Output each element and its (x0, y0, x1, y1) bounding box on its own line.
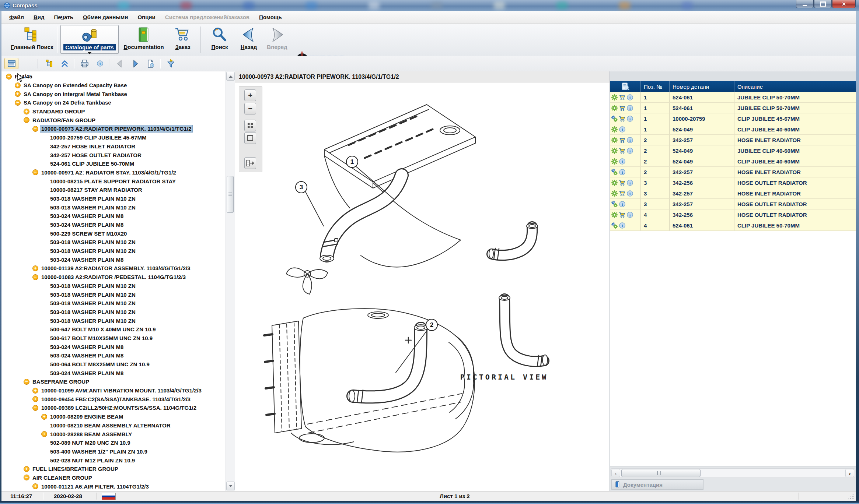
tree-item-label[interactable]: 503-018 WASHER PLAIN M10 ZN (49, 309, 137, 316)
tree-item[interactable]: +STANDARD GROUP (1, 107, 226, 116)
cell-position[interactable]: 4 (641, 220, 670, 230)
documentation-button[interactable]: Documentation (120, 25, 167, 54)
tree-item[interactable]: +10000-09454 FB5:C2(SA/SSA)TANKBASE. 110… (1, 395, 226, 403)
cart-icon[interactable] (619, 211, 626, 218)
collapse-icon[interactable]: − (32, 405, 38, 411)
cell-part-number[interactable]: 524-049 (670, 156, 734, 166)
tree-item[interactable]: −10000-01083 A2:RADIATOR /PEDESTAL. 1104… (1, 273, 226, 282)
tree-item[interactable]: 503-018 WASHER PLAIN M10 ZN (1, 247, 226, 255)
collapse-icon[interactable]: − (32, 274, 38, 280)
gear-icon[interactable] (611, 94, 618, 101)
parts-table-row[interactable]: 2524-049CLIP JUBILEE 40-60MM (610, 156, 856, 167)
expand-icon[interactable]: + (32, 388, 38, 394)
tree-item-label[interactable]: 503-018 WASHER PLAIN M10 ZN (49, 195, 137, 202)
next-sheet-button[interactable] (128, 58, 142, 69)
tree-item-label[interactable]: 10000-28288 BEAM ASSEMBLY (49, 431, 133, 438)
tree-item[interactable]: 502-028 NUT M12 PLAIN ZN 10.9 (1, 456, 226, 465)
expand-icon[interactable]: + (24, 109, 29, 114)
tree-item-label[interactable]: 10000-08217 STAY ARM RADIATOR (49, 186, 143, 193)
tree-item-label[interactable]: RADIATOR/FAN GROUP (31, 117, 97, 124)
header-position[interactable]: Поз. № (641, 81, 670, 92)
tree-item-label[interactable]: BASEFRAME GROUP (31, 378, 90, 385)
info-button[interactable] (93, 58, 107, 69)
parts-table-row[interactable]: 4342-256HOSE OUTLET RADIATOR (610, 209, 856, 220)
tree-item[interactable]: 10000-08215 PLATE SUPPORT RADIATOR STAY (1, 177, 226, 186)
tree-item-label[interactable]: 503-024 WASHER PLAIN M8 (49, 212, 125, 219)
tree-item-label[interactable]: 503-018 WASHER PLAIN M10 ZN (49, 317, 137, 324)
cell-position[interactable]: 2 (641, 145, 670, 156)
tree-item-label[interactable]: 503-018 WASHER PLAIN M10 ZN (49, 282, 137, 289)
cell-position[interactable]: 3 (641, 199, 670, 209)
tree-item-label[interactable]: 502-089 NUT M20 UNC ZN 10.9 (49, 439, 132, 446)
parts-table-row[interactable]: 1524-061JUBILEE CLIP 50-70MM (610, 103, 856, 113)
tree-item[interactable]: 502-089 NUT M20 UNC ZN 10.9 (1, 438, 226, 447)
tree-item[interactable]: 503-018 WASHER PLAIN M10 ZN (1, 282, 226, 290)
scroll-down-icon[interactable] (226, 482, 235, 490)
tree-scrollbar-thumb[interactable] (227, 176, 234, 213)
menu-print[interactable]: Печать (49, 11, 78, 23)
gear-icon[interactable] (611, 137, 618, 144)
parts-table-row[interactable]: 3342-257HOSE INLET RADIATOR (610, 188, 856, 199)
header-part-number[interactable]: Номер детали (670, 81, 734, 92)
tree-item-label[interactable]: 10000-09389 LC2/LL2/50HZ:MOUNTS/SA/SSA. … (40, 404, 198, 411)
scroll-right-icon[interactable]: › (845, 469, 854, 477)
tree-item[interactable]: 500-064 BOLT M8X25MM UNC ZN 10.9 (1, 360, 226, 369)
tree-item-label[interactable]: 524-061 CLIP JUBILEE 50-70MM (49, 160, 135, 167)
tree-item-label[interactable]: 342-257 HOSE INLET RADIATOR (49, 143, 136, 150)
tree-item[interactable]: 503-024 WASHER PLAIN M8 (1, 212, 226, 221)
collapse-all-button[interactable] (57, 58, 71, 69)
cell-part-number[interactable]: 342-257 (670, 199, 734, 209)
tree-item[interactable]: 503-018 WASHER PLAIN M10 ZN (1, 194, 226, 203)
cell-description[interactable]: JUBILEE CLIP 50-70MM (734, 92, 856, 102)
search-button[interactable]: Поиск (205, 25, 234, 54)
print-button[interactable] (77, 58, 91, 69)
cell-part-number[interactable]: 342-257 (670, 135, 734, 145)
menu-options[interactable]: Опции (133, 11, 160, 23)
tree-item[interactable]: 503-018 WASHER PLAIN M10 ZN (1, 203, 226, 212)
tree-item[interactable]: −10000-00973 A2:RADIATOR PIPEWORK. 1103/… (1, 124, 226, 133)
tree-item[interactable]: −10000-00971 A2: RADIATOR STAY. 1103/4/G… (1, 168, 226, 177)
sheet-info-button[interactable]: i (144, 58, 158, 69)
tree-item-label[interactable]: 503-018 WASHER PLAIN M10 ZN (49, 239, 137, 246)
parts-table-row[interactable]: 110000-20759CLIP JUBILEE 45-67MM (610, 113, 856, 124)
catalogue-of-parts-button[interactable]: Catalogue of parts (60, 25, 119, 54)
parts-table-row[interactable]: 2524-049JUBILEE CLIP 40-60MM (610, 145, 856, 156)
parts-table-row[interactable]: 2342-257HOSE INLET RADIATOR (610, 135, 856, 145)
tree-item[interactable]: 503-018 WASHER PLAIN M10 ZN (1, 290, 226, 299)
collapse-icon[interactable]: − (24, 117, 29, 123)
cart-icon[interactable] (619, 94, 626, 101)
parts-table-row[interactable]: 3342-256HOSE OUTLET RADIATOR (610, 177, 856, 188)
cell-description[interactable]: HOSE INLET RADIATOR (734, 135, 856, 145)
info-icon[interactable] (626, 115, 633, 122)
info-icon[interactable] (626, 190, 633, 197)
tree-item-label[interactable]: AIR CLEANER GROUP (31, 474, 93, 481)
tree-item-label[interactable]: 500-647 BOLT M10 X 40MM UNC ZN 10.9 (49, 326, 157, 333)
collapse-icon[interactable]: − (6, 74, 12, 80)
cell-position[interactable]: 2 (641, 167, 670, 177)
info-icon[interactable] (626, 147, 633, 154)
tree-item[interactable]: +FUEL LINES/BREATHER GROUP (1, 465, 226, 473)
toggle-panel-button[interactable] (244, 157, 256, 169)
cell-part-number[interactable]: 524-061 (670, 220, 734, 230)
cell-position[interactable]: 2 (641, 135, 670, 145)
tree-item[interactable]: 10000-20759 CLIP JUBILEE 45-67MM (1, 133, 226, 142)
tree-item[interactable]: +SA Canopy on Intergral Metal Tankbase (1, 89, 226, 98)
cell-position[interactable]: 1 (641, 113, 670, 124)
tree-item[interactable]: 503-024 WASHER PLAIN M8 (1, 369, 226, 377)
cart-icon[interactable] (619, 115, 626, 122)
tree-item[interactable]: −BASEFRAME GROUP (1, 377, 226, 386)
cart-icon[interactable] (619, 105, 626, 112)
tree-item-label[interactable]: 10000-08215 PLATE SUPPORT RADIATOR STAY (49, 178, 177, 185)
tree-item[interactable]: +10000-01099 AVM:ANTI VIBRATION MOUNT. 1… (1, 386, 226, 395)
cell-description[interactable]: HOSE INLET RADIATOR (734, 167, 856, 177)
tree-item[interactable]: 503-018 WASHER PLAIN M10 ZN (1, 316, 226, 325)
tree-item[interactable]: 503-024 WASHER PLAIN M8 (1, 255, 226, 264)
tree-item-label[interactable]: 10000-08209 ENGINE BEAM (49, 413, 124, 420)
main-search-button[interactable]: Главный Поиск (4, 25, 60, 54)
info-icon[interactable] (619, 201, 626, 208)
collapse-icon[interactable]: − (24, 475, 29, 480)
tree-item-label[interactable]: 500-229 SCREW SET M10X20 (49, 230, 128, 237)
scroll-up-icon[interactable] (226, 72, 235, 81)
cell-description[interactable]: HOSE OUTLET RADIATOR (734, 209, 856, 220)
tree-item-label[interactable]: 503-400 WASHER 1/2" PLAIN ZN 10.9 (49, 448, 149, 455)
